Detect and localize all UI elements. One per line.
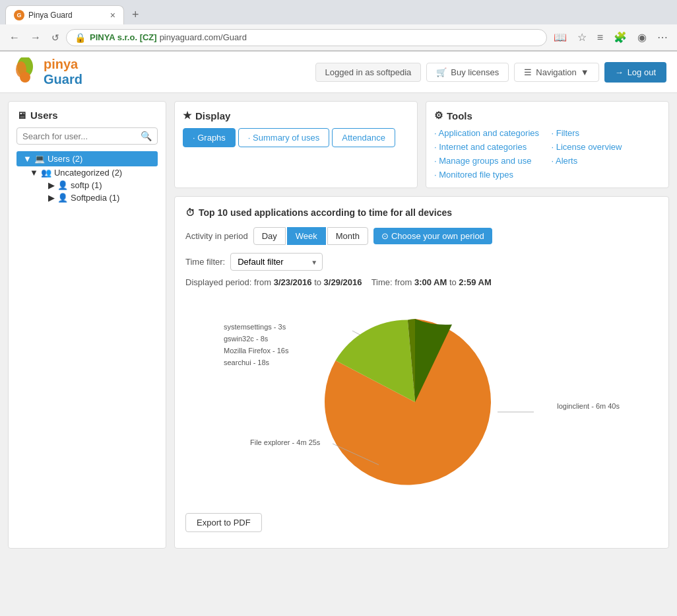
address-bar[interactable]: 🔒 PINYA s.r.o. [CZ] pinyaguard.com/Guard	[66, 29, 547, 46]
sidebar-item-uncategorized[interactable]: ▼ 👥 Uncategorized (2)	[27, 166, 158, 179]
logout-label: Log out	[628, 67, 656, 77]
tab-summary[interactable]: · Summary of uses	[238, 128, 329, 147]
choose-period-icon: ⊙	[381, 231, 389, 241]
choose-period-label: Choose your own period	[391, 231, 484, 241]
header-actions: Logged in as softpedia 🛒 Buy licenses ☰ …	[315, 62, 667, 83]
more-btn[interactable]: ⋯	[653, 28, 672, 46]
time-filter-wrapper: Default filter Work hours All day	[230, 253, 323, 271]
display-panel: ★ Display · Graphs · Summary of uses Att…	[174, 101, 418, 188]
address-url: pinyaguard.com/Guard	[160, 32, 247, 42]
main-content: 🖥 Users 🔍 ▼ 💻 Users (2) ▼ 👥 Uncategorize…	[0, 93, 677, 557]
nav-arrow-icon: ▼	[581, 67, 589, 77]
tab-graphs[interactable]: · Graphs	[183, 128, 236, 147]
back-btn[interactable]: ←	[5, 29, 24, 46]
bookmark-btn[interactable]: ☆	[573, 28, 591, 46]
tools-col-2: · Filters · License overview · Alerts	[552, 128, 661, 180]
uncategorized-icon: 👥	[41, 168, 51, 178]
tab-favicon: G	[14, 10, 24, 20]
period-label: Activity in period	[185, 231, 248, 241]
export-section: Export to PDF	[185, 508, 658, 537]
chart-panel: ⏱ Top 10 used applications according to …	[174, 196, 669, 549]
forward-btn[interactable]: →	[26, 29, 45, 46]
date-to: 3/29/2016	[324, 277, 362, 287]
right-area: ★ Display · Graphs · Summary of uses Att…	[174, 101, 669, 549]
tools-link-manage-groups[interactable]: · Manage groups and use	[434, 156, 544, 166]
time-filter-row: Time filter: Default filter Work hours A…	[185, 253, 658, 271]
top-panels: ★ Display · Graphs · Summary of uses Att…	[174, 101, 669, 188]
navigation-btn[interactable]: ☰ Navigation ▼	[514, 63, 598, 82]
app-header: pinya Guard Logged in as softpedia 🛒 Buy…	[0, 51, 677, 93]
label-loginclient: loginclient - 6m 40s	[557, 402, 620, 410]
tools-link-alerts[interactable]: · Alerts	[552, 156, 661, 166]
search-input[interactable]	[22, 131, 141, 141]
choose-period-btn[interactable]: ⊙ Choose your own period	[373, 228, 492, 244]
tools-link-monitored-files[interactable]: · Monitored file types	[434, 170, 544, 180]
sidebar-item-users[interactable]: ▼ 💻 Users (2)	[16, 151, 158, 166]
nav-actions: 📖 ☆ ≡ 🧩 ◉ ⋯	[550, 28, 672, 46]
time-filter-select[interactable]: Default filter Work hours All day	[230, 253, 323, 271]
label-file-explorer: File explorer - 4m 25s	[250, 438, 320, 446]
logo-text: pinya Guard	[44, 57, 82, 87]
nav-hamburger-icon: ☰	[524, 67, 532, 77]
sidebar-title: 🖥 Users	[16, 110, 158, 121]
tab-attendance[interactable]: Attendance	[332, 128, 395, 147]
users-tree-label: ▼ 💻 Users (2)	[20, 153, 154, 165]
extensions-btn[interactable]: ≡	[593, 28, 607, 46]
active-tab: G Pinya Guard ×	[5, 5, 124, 24]
gear-icon: ⚙	[434, 110, 443, 121]
clock-icon: ⏱	[185, 207, 195, 218]
period-week-btn[interactable]: Week	[287, 227, 326, 245]
time-filter-label: Time filter:	[185, 257, 225, 267]
address-brand: PINYA s.r.o. [CZ]	[90, 32, 157, 42]
tools-panel-title: ⚙ Tools	[434, 110, 661, 121]
logout-btn[interactable]: → Log out	[604, 62, 666, 83]
tools-link-license-overview[interactable]: · License overview	[552, 142, 661, 152]
export-pdf-btn[interactable]: Export to PDF	[185, 513, 262, 532]
time-from: 3:00 AM	[414, 277, 447, 287]
menu-btn[interactable]: 🧩	[610, 28, 631, 46]
tools-link-internet-categories[interactable]: · Internet and categories	[434, 142, 544, 152]
period-day-btn[interactable]: Day	[253, 227, 286, 245]
users-icon: 💻	[34, 154, 45, 164]
tools-col-1: · Application and categories · Internet …	[434, 128, 544, 180]
logo-area: pinya Guard	[11, 57, 82, 87]
search-btn[interactable]: 🔍	[141, 131, 152, 141]
buy-licenses-label: Buy licenses	[451, 67, 499, 77]
period-btn-group: Day Week Month	[253, 227, 368, 245]
time-to: 2:59 AM	[459, 277, 491, 287]
displayed-period: Displayed period: from 3/23/2016 to 3/29…	[185, 277, 658, 287]
tree-children: ▼ 👥 Uncategorized (2) ▶ 👤 softp (1) ▶ 👤 …	[16, 166, 158, 204]
profile-btn[interactable]: ◉	[633, 28, 651, 46]
sidebar: 🖥 Users 🔍 ▼ 💻 Users (2) ▼ 👥 Uncategorize…	[8, 101, 166, 549]
display-panel-title: ★ Display	[183, 110, 409, 121]
nav-bar: ← → ↺ 🔒 PINYA s.r.o. [CZ] pinyaguard.com…	[0, 24, 677, 51]
pie-chart-svg	[323, 310, 507, 495]
new-tab-btn[interactable]: +	[127, 5, 145, 24]
monitor-icon: 🖥	[16, 110, 26, 121]
search-box: 🔍	[16, 127, 158, 145]
tree-expander: ▼	[23, 154, 32, 164]
navigation-label: Navigation	[536, 67, 576, 77]
sidebar-item-softpedia[interactable]: ▶ 👤 Softpedia (1)	[38, 191, 158, 204]
tools-links: · Application and categories · Internet …	[434, 128, 661, 180]
cart-icon: 🛒	[436, 67, 447, 77]
sidebar-item-softp[interactable]: ▶ 👤 softp (1)	[38, 179, 158, 191]
period-month-btn[interactable]: Month	[327, 227, 368, 245]
display-tabs: · Graphs · Summary of uses Attendance	[183, 128, 409, 147]
tools-link-filters[interactable]: · Filters	[552, 128, 661, 138]
tools-panel: ⚙ Tools · Application and categories · I…	[426, 101, 669, 188]
reader-btn[interactable]: 📖	[550, 28, 571, 46]
tab-bar: G Pinya Guard × +	[0, 0, 677, 24]
chart-title: ⏱ Top 10 used applications according to …	[185, 207, 658, 218]
buy-licenses-btn[interactable]: 🛒 Buy licenses	[426, 63, 509, 82]
reload-btn[interactable]: ↺	[48, 30, 63, 46]
uncategorized-children: ▶ 👤 softp (1) ▶ 👤 Softpedia (1)	[27, 179, 158, 204]
pie-chart-container: systemsettings - 3s gswin32c - 8s Mozill…	[224, 296, 620, 508]
address-lock-icon: 🔒	[75, 32, 86, 43]
tab-close-btn[interactable]: ×	[110, 10, 115, 20]
tab-title: Pinya Guard	[28, 11, 105, 20]
user-icon-softpedia: 👤	[57, 193, 68, 203]
tree-expander-uncategorized: ▼	[30, 168, 38, 178]
tools-link-app-categories[interactable]: · Application and categories	[434, 128, 544, 138]
chart-area: systemsettings - 3s gswin32c - 8s Mozill…	[185, 296, 658, 508]
